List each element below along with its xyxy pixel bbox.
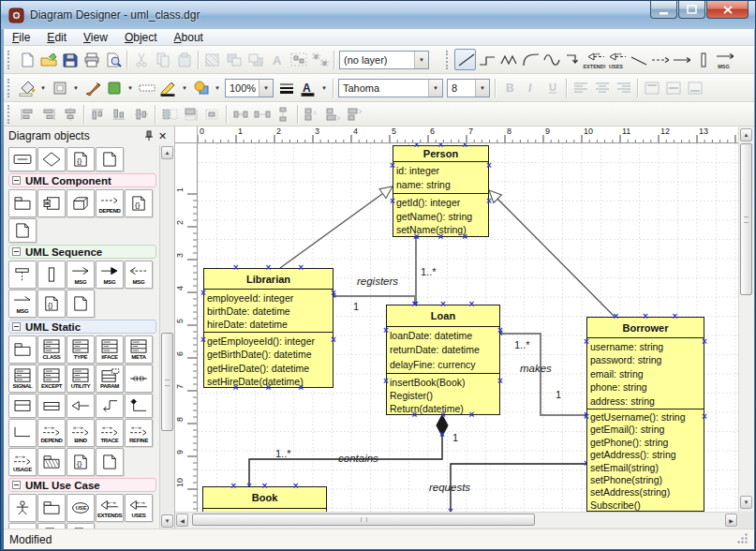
ls-wave-button[interactable]: [541, 49, 562, 70]
palette-item-class-box-type[interactable]: TYPE: [67, 335, 95, 364]
palette-item-stereo-arrow-refine[interactable]: «--»REFINE: [125, 419, 153, 447]
shadow-color-button[interactable]: [103, 77, 125, 98]
menu-item-view[interactable]: View: [75, 30, 116, 45]
palette-item-class-box-signal[interactable]: SIGNAL: [8, 365, 37, 393]
palette-item-hatch-package[interactable]: [37, 448, 66, 476]
scroll-down-icon[interactable]: ▼: [161, 514, 173, 528]
obj-size-button[interactable]: [158, 103, 180, 125]
palette-item-diamond[interactable]: [37, 147, 66, 171]
palette-item-msg-open-msg[interactable]: MSG: [67, 261, 95, 289]
dropdown-arrow-icon[interactable]: ▼: [475, 80, 489, 97]
ls-step-arrow-button[interactable]: [562, 49, 584, 70]
border-box-button[interactable]: [49, 77, 70, 98]
menu-item-file[interactable]: File: [4, 30, 38, 45]
palette-item-msg-return-msg[interactable]: MSG: [125, 261, 153, 289]
copy-button[interactable]: [152, 49, 173, 70]
palette-section-uml-use-case[interactable]: UML Use Case: [8, 478, 156, 492]
menu-item-about[interactable]: About: [166, 30, 212, 45]
obj-space-h2-button[interactable]: [251, 103, 273, 125]
dropdown-arrow-icon[interactable]: ▼: [37, 77, 49, 98]
palette-item-activation[interactable]: [37, 261, 66, 289]
class-box-librarian[interactable]: LibrarianemployeeId: integerbirthDate: d…: [203, 268, 334, 388]
zoom-combo[interactable]: 100%▼: [225, 79, 274, 97]
dropdown-arrow-icon[interactable]: ▼: [125, 77, 136, 98]
pattern-fill-button[interactable]: [201, 49, 223, 70]
palette-item-braces-note[interactable]: {}: [67, 448, 95, 476]
palette-item-stereo-arrow-bind[interactable]: «--»BIND: [67, 419, 95, 447]
underline-button[interactable]: U: [541, 77, 563, 98]
close-button[interactable]: [706, 1, 749, 19]
ls-diagonal-button[interactable]: [627, 49, 648, 70]
palette-item-braces-note[interactable]: {}: [67, 147, 95, 171]
palette-item-braces-note[interactable]: {}: [37, 290, 66, 318]
new-file-button[interactable]: [16, 49, 37, 70]
multiplicity-label-1[interactable]: 1: [452, 432, 458, 443]
obj-space-v-button[interactable]: [273, 103, 294, 125]
obj-align-top-button[interactable]: [87, 103, 109, 125]
palette-item-stereo-arrow-depend[interactable]: «--»DEPEND: [37, 419, 66, 447]
ls-dash-arrow-button[interactable]: [648, 49, 670, 70]
send-to-back-button[interactable]: [223, 49, 245, 70]
dropdown-arrow-icon[interactable]: ▼: [428, 80, 442, 97]
association-requests[interactable]: [451, 464, 586, 512]
vertical-scrollbar[interactable]: ▲ ▼: [738, 127, 754, 512]
association-label-contains[interactable]: contains: [338, 453, 378, 464]
palette-item-tri-arrow[interactable]: [67, 394, 95, 418]
text-tool-button[interactable]: A: [266, 49, 288, 70]
italic-button[interactable]: I: [520, 77, 541, 98]
collapse-icon[interactable]: [12, 322, 21, 331]
palette-item-msg-half-msg[interactable]: MSG: [8, 290, 37, 318]
shape-color-button[interactable]: [190, 77, 212, 98]
align-center-button[interactable]: [591, 77, 613, 98]
palette-item-assoc-line[interactable]: [125, 365, 153, 393]
palette-item-tri-stereo-uses[interactable]: «--»USES: [125, 494, 153, 522]
multiplicity-label-1[interactable]: 1..*: [275, 448, 291, 459]
palette-item-box1[interactable]: [37, 394, 66, 418]
h-scrollbar-thumb[interactable]: [192, 514, 535, 526]
ls-line-button[interactable]: [454, 49, 476, 70]
ls-stereo-button[interactable]: «»USES: [605, 49, 627, 70]
palette-item-class-box-class[interactable]: CLASS: [37, 335, 66, 364]
dropdown-arrow-icon[interactable]: ▼: [319, 77, 330, 98]
ls-step-button[interactable]: [476, 49, 497, 70]
ls-arc-button[interactable]: [519, 49, 541, 70]
bring-to-front-button[interactable]: [245, 49, 266, 70]
palette-item-class-box-meta[interactable]: META: [125, 335, 153, 364]
palette-item-lifeline[interactable]: [8, 261, 37, 289]
align-right-button[interactable]: [613, 77, 634, 98]
minimize-button[interactable]: [650, 1, 677, 19]
class-box-borrower[interactable]: Borrowerusername: stringpassword: string…: [586, 317, 704, 512]
paste-button[interactable]: [173, 49, 195, 70]
dropdown-arrow-icon[interactable]: ▼: [259, 80, 273, 97]
palette-item-dashed-arrow-depend[interactable]: DEPEND: [96, 189, 124, 217]
menu-item-edit[interactable]: Edit: [38, 30, 75, 45]
palette-item-hbar-note[interactable]: [8, 147, 37, 171]
palette-item-elbow-diamond[interactable]: [125, 394, 153, 418]
brush-button[interactable]: [82, 77, 103, 98]
palette-item-box2[interactable]: [8, 394, 37, 418]
association-label-makes[interactable]: makes: [520, 363, 552, 374]
dropdown-arrow-icon[interactable]: ▼: [70, 77, 82, 98]
palette-section-uml-static[interactable]: UML Static: [8, 320, 156, 334]
palette-section-uml-component[interactable]: UML Component: [8, 173, 156, 187]
association-registers[interactable]: [334, 296, 415, 305]
menu-item-object[interactable]: Object: [116, 30, 166, 45]
dropdown-arrow-icon[interactable]: ▼: [179, 77, 190, 98]
palette-item-component[interactable]: [37, 189, 66, 217]
dropdown-arrow-icon[interactable]: ▼: [414, 52, 428, 68]
font-size-combo[interactable]: 8▼: [447, 79, 490, 97]
v-scrollbar-thumb[interactable]: [740, 143, 752, 295]
palette-item-msg-solid-msg[interactable]: MSG: [96, 261, 124, 289]
obj-grow-button[interactable]: [322, 103, 344, 125]
obj-align-bottom-button[interactable]: [109, 103, 130, 125]
line-style-dotted-button[interactable]: [136, 77, 157, 98]
pin-icon[interactable]: [141, 129, 156, 143]
palette-item-elbow-arrow[interactable]: [96, 394, 124, 418]
close-panel-icon[interactable]: ✕: [156, 129, 170, 143]
palette-item-package[interactable]: [8, 189, 37, 217]
scroll-up-icon[interactable]: ▲: [161, 146, 173, 159]
line-width-button[interactable]: [275, 77, 297, 98]
palette-item-page[interactable]: [67, 290, 95, 318]
obj-align-right-button[interactable]: [37, 103, 59, 125]
palette-item-package[interactable]: [37, 494, 66, 522]
